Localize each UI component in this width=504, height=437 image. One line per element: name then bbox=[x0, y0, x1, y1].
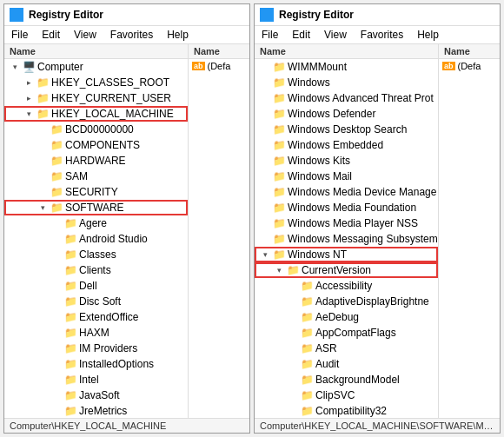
detail-entry-1-0: ab (Defa bbox=[189, 59, 249, 73]
registry-editor-window-1: Registry Editor File Edit View Favorites… bbox=[3, 3, 250, 434]
menu-edit-2[interactable]: Edit bbox=[290, 28, 312, 42]
app-icon-2 bbox=[260, 8, 274, 22]
expand-compat32 bbox=[286, 404, 300, 418]
tree-node-windows-advanced-threat[interactable]: 📁 Windows Advanced Threat Prot bbox=[255, 90, 438, 106]
tree-node-clients[interactable]: 📁 Clients bbox=[4, 262, 188, 278]
node-label-windows-defender: Windows Defender bbox=[286, 108, 375, 120]
tree-node-intel[interactable]: 📁 Intel bbox=[4, 372, 188, 387]
tree-node-android-studio[interactable]: 📁 Android Studio bbox=[4, 231, 188, 247]
menu-edit-1[interactable]: Edit bbox=[40, 28, 62, 42]
tree-node-windows-desktop-search[interactable]: 📁 Windows Desktop Search bbox=[255, 122, 438, 137]
menu-file-1[interactable]: File bbox=[10, 28, 30, 42]
tree-node-windows[interactable]: 📁 Windows bbox=[255, 75, 438, 90]
tree-node-windows-kits[interactable]: 📁 Windows Kits bbox=[255, 153, 438, 169]
tree-node-wimmount[interactable]: 📁 WIMMMount bbox=[255, 59, 438, 75]
tree-node-windows-nt[interactable]: 📁 Windows NT bbox=[255, 247, 438, 262]
folder-icon-installed-options: 📁 bbox=[63, 357, 77, 371]
folder-icon-compat32: 📁 bbox=[300, 404, 314, 418]
tree-node-windows-defender[interactable]: 📁 Windows Defender bbox=[255, 106, 438, 122]
tree-node-jremetrics[interactable]: 📁 JreMetrics bbox=[4, 403, 188, 418]
title-bar-1: Registry Editor bbox=[4, 4, 249, 26]
tree-node-aedebug[interactable]: 📁 AeDebug bbox=[255, 309, 438, 325]
folder-icon-haxm: 📁 bbox=[63, 326, 77, 340]
node-label-current-version: CurrentVersion bbox=[300, 264, 371, 276]
tree-node-adaptive-display[interactable]: 📁 AdaptiveDisplayBrightne bbox=[255, 294, 438, 309]
tree-node-hkey-current-user[interactable]: 📁 HKEY_CURRENT_USER bbox=[4, 90, 188, 106]
tree-node-im-providers[interactable]: 📁 IM Providers bbox=[4, 341, 188, 356]
tree-node-windows-media-device[interactable]: 📁 Windows Media Device Manage bbox=[255, 184, 438, 200]
folder-icon-im-providers: 📁 bbox=[63, 341, 77, 355]
expand-hkey-classes-root[interactable] bbox=[22, 76, 36, 89]
menu-help-2[interactable]: Help bbox=[415, 28, 441, 42]
detail-col-header-2: Name bbox=[439, 44, 500, 59]
node-label-computer: Computer bbox=[36, 61, 83, 73]
tree-node-windows-messaging[interactable]: 📁 Windows Messaging Subsystem bbox=[255, 231, 438, 247]
menu-file-2[interactable]: File bbox=[260, 28, 280, 42]
expand-hkey-current-user[interactable] bbox=[22, 91, 36, 105]
detail-pane-2: Name ab (Defa bbox=[439, 44, 500, 418]
tree-node-windows-media-player-nss[interactable]: 📁 Windows Media Player NSS bbox=[255, 215, 438, 231]
svg-rect-2 bbox=[12, 16, 16, 19]
tree-node-windows-mail[interactable]: 📁 Windows Mail bbox=[255, 169, 438, 184]
tree-pane-1[interactable]: Name 🖥️ Computer 📁 HKEY_CLASSES_ROOT 📁 H… bbox=[4, 44, 189, 418]
menu-view-2[interactable]: View bbox=[322, 28, 348, 42]
node-label-haxm: HAXM bbox=[77, 327, 109, 339]
node-label-android-studio: Android Studio bbox=[77, 233, 148, 245]
tree-node-audit[interactable]: 📁 Audit bbox=[255, 356, 438, 372]
tree-node-bcd[interactable]: 📁 BCD00000000 bbox=[4, 122, 188, 137]
tree-node-computer[interactable]: 🖥️ Computer bbox=[4, 59, 188, 75]
tree-node-sam[interactable]: 📁 SAM bbox=[4, 169, 188, 184]
expand-windows-media-device bbox=[258, 185, 272, 199]
menu-help-1[interactable]: Help bbox=[165, 28, 190, 42]
tree-node-asr[interactable]: 📁 ASR bbox=[255, 341, 438, 356]
tree-node-security[interactable]: 📁 SECURITY bbox=[4, 184, 188, 200]
expand-windows-nt[interactable] bbox=[258, 248, 272, 262]
folder-icon-windows-desktop-search: 📁 bbox=[272, 122, 286, 136]
folder-icon-hkey-current-user: 📁 bbox=[36, 91, 50, 105]
tree-node-windows-embedded[interactable]: 📁 Windows Embedded bbox=[255, 137, 438, 153]
folder-icon-asr: 📁 bbox=[300, 341, 314, 355]
tree-node-current-version[interactable]: 📁 CurrentVersion bbox=[255, 262, 438, 278]
menu-favorites-1[interactable]: Favorites bbox=[109, 28, 155, 42]
folder-icon-jremetrics: 📁 bbox=[63, 404, 77, 418]
tree-node-disc-soft[interactable]: 📁 Disc Soft bbox=[4, 294, 188, 309]
tree-node-software[interactable]: 📁 SOFTWARE bbox=[4, 200, 188, 215]
expand-windows-defender bbox=[258, 107, 272, 121]
menu-view-1[interactable]: View bbox=[72, 28, 98, 42]
registry-editor-window-2: Registry Editor File Edit View Favorites… bbox=[254, 3, 501, 434]
tree-node-haxm[interactable]: 📁 HAXM bbox=[4, 325, 188, 341]
expand-bcd bbox=[36, 122, 50, 136]
tree-node-extendoffice[interactable]: 📁 ExtendOffice bbox=[4, 309, 188, 325]
status-bar-1: Computer\HKEY_LOCAL_MACHINE bbox=[4, 418, 249, 433]
tree-node-javasoft[interactable]: 📁 JavaSoft bbox=[4, 387, 188, 403]
tree-node-windows-media-foundation[interactable]: 📁 Windows Media Foundation bbox=[255, 200, 438, 215]
expand-hkey-local-machine[interactable] bbox=[22, 107, 36, 121]
expand-software[interactable] bbox=[36, 201, 50, 215]
node-label-windows-advanced-threat: Windows Advanced Threat Prot bbox=[286, 92, 434, 104]
detail-pane-1: Name ab (Defa bbox=[189, 44, 249, 418]
tree-node-hardware[interactable]: 📁 HARDWARE bbox=[4, 153, 188, 169]
node-label-software: SOFTWARE bbox=[63, 202, 124, 214]
tree-node-appcompat[interactable]: 📁 AppCompatFlags bbox=[255, 325, 438, 341]
tree-node-accessibility[interactable]: 📁 Accessibility bbox=[255, 278, 438, 294]
expand-current-version[interactable] bbox=[272, 263, 286, 277]
folder-icon-windows-mail: 📁 bbox=[272, 169, 286, 183]
tree-node-classes[interactable]: 📁 Classes bbox=[4, 247, 188, 262]
node-label-accessibility: Accessibility bbox=[314, 280, 372, 292]
node-label-agere: Agere bbox=[77, 217, 107, 229]
tree-node-components[interactable]: 📁 COMPONENTS bbox=[4, 137, 188, 153]
menu-favorites-2[interactable]: Favorites bbox=[359, 28, 405, 42]
expand-computer[interactable] bbox=[8, 60, 22, 74]
tree-node-clipsvc[interactable]: 📁 ClipSVC bbox=[255, 387, 438, 403]
folder-icon-javasoft: 📁 bbox=[63, 388, 77, 402]
tree-node-dell[interactable]: 📁 Dell bbox=[4, 278, 188, 294]
node-label-windows-nt: Windows NT bbox=[286, 248, 347, 261]
tree-node-compat32[interactable]: 📁 Compatibility32 bbox=[255, 403, 438, 418]
tree-node-hkey-local-machine[interactable]: 📁 HKEY_LOCAL_MACHINE bbox=[4, 106, 188, 122]
tree-node-agere[interactable]: 📁 Agere bbox=[4, 215, 188, 231]
tree-node-background-model[interactable]: 📁 BackgroundModel bbox=[255, 372, 438, 387]
tree-pane-2[interactable]: Name 📁 WIMMMount 📁 Windows 📁 Windows Adv… bbox=[255, 44, 439, 418]
tree-node-installed-options[interactable]: 📁 InstalledOptions bbox=[4, 356, 188, 372]
folder-icon-windows-messaging: 📁 bbox=[272, 232, 286, 246]
tree-node-hkey-classes-root[interactable]: 📁 HKEY_CLASSES_ROOT bbox=[4, 75, 188, 90]
